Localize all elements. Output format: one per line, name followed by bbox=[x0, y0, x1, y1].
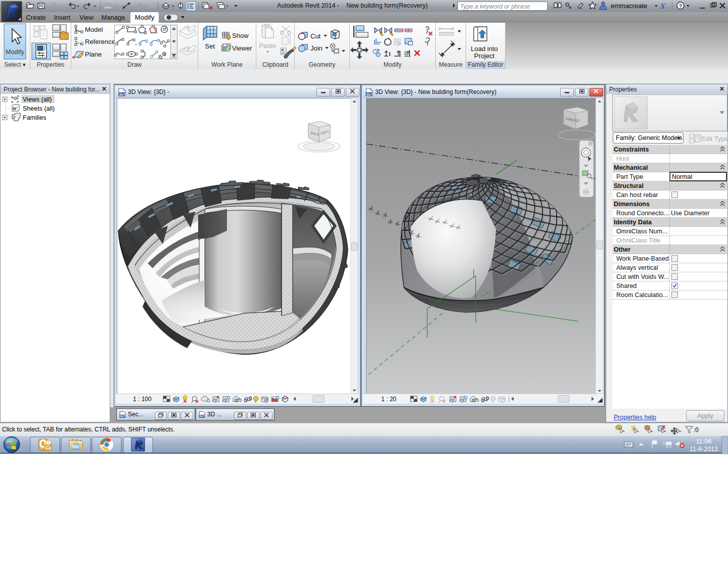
svg-text:P: P bbox=[398, 41, 401, 46]
svg-text:RVT: RVT bbox=[119, 93, 126, 96]
svg-text:Viewer: Viewer bbox=[232, 44, 252, 52]
svg-text:RVT: RVT bbox=[367, 93, 373, 96]
svg-text:Load into: Load into bbox=[471, 45, 498, 53]
svg-text::0: :0 bbox=[694, 426, 699, 433]
svg-text:RVT: RVT bbox=[120, 415, 126, 418]
svg-text:Views (all): Views (all) bbox=[23, 96, 52, 103]
svg-text:Set: Set bbox=[205, 42, 215, 50]
svg-text:Project: Project bbox=[474, 52, 495, 60]
svg-text:Plane: Plane bbox=[85, 51, 102, 58]
svg-text:Reference: Reference bbox=[85, 38, 115, 45]
svg-text:11-6-2013: 11-6-2013 bbox=[690, 446, 718, 453]
svg-text:Show: Show bbox=[232, 32, 249, 39]
svg-text:A: A bbox=[150, 2, 155, 10]
svg-text:Sheets (all): Sheets (all) bbox=[23, 105, 55, 112]
svg-text:Model: Model bbox=[85, 26, 103, 33]
svg-text:Cut: Cut bbox=[310, 32, 321, 40]
svg-text:X: X bbox=[660, 2, 666, 10]
svg-text:emmacreate: emmacreate bbox=[611, 2, 647, 10]
svg-text:Modify: Modify bbox=[6, 49, 25, 56]
svg-text:Paste: Paste bbox=[259, 42, 276, 50]
svg-text:Join: Join bbox=[310, 44, 323, 52]
svg-text:Families: Families bbox=[23, 114, 47, 121]
svg-text:11:06: 11:06 bbox=[696, 438, 711, 445]
svg-text:RVT: RVT bbox=[200, 415, 206, 418]
svg-text:?: ? bbox=[679, 3, 682, 9]
